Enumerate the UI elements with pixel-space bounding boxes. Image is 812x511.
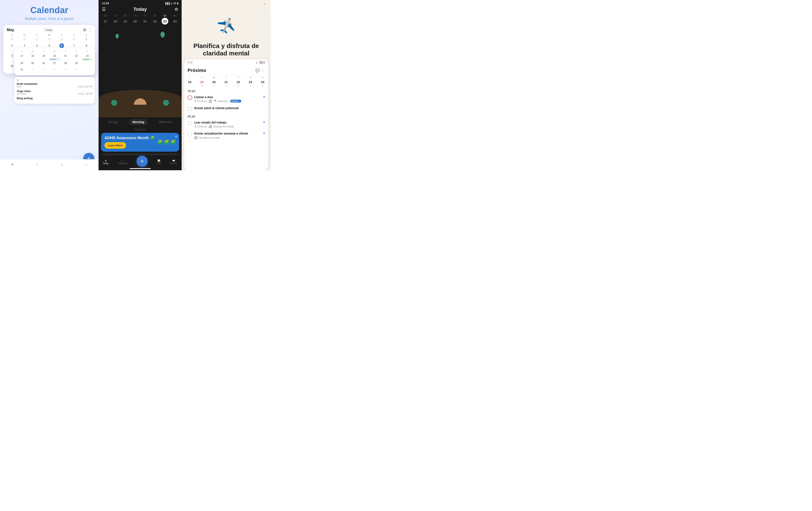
mini-d3[interactable]: 3 [49,67,60,73]
todo-headline: Planifica y disfruta de claridad mental [182,42,271,59]
todo-day-j-today[interactable]: J 19 [199,76,205,86]
nav-list[interactable]: ☰ [36,164,38,166]
task-time-emails: 🗓 10:00 am [194,125,207,128]
task-circle-emails[interactable] [187,121,192,125]
menu-icon[interactable]: ☰ [102,7,106,12]
calendar-week-row: 25 26 27 28 29 30 1 [6,37,93,43]
mini-20[interactable]: 20 Musician [49,53,60,60]
nav-search[interactable]: 🔍 [61,164,63,166]
week-day-we[interactable]: WE 19 [121,15,129,25]
mini-21[interactable]: 21 [60,53,71,59]
chat-icon[interactable]: 💬 [256,68,260,73]
todo-day-l[interactable]: L 18 [187,76,193,86]
mini-29[interactable]: 29 [71,60,82,66]
task-llamar-ana[interactable]: Llamar a Ana 🗓 11:00 am 🔄 📍 Calendario B… [184,93,268,105]
adhd-title-text: ADHD Awareness Month [105,136,149,140]
adhd-text-area: ADHD Awareness Month 🧩 Learn More [105,136,157,149]
habit-fab-button[interactable]: + [137,156,148,167]
habit-header: ☰ Today ⚙ [98,6,182,14]
task-circle-actualizacion[interactable] [187,132,192,136]
week-day-su-active[interactable]: SU 23 [161,15,169,25]
week-day-fr[interactable]: FR 21 [141,15,149,25]
task-title-emails: Leer emails del trabajo [194,120,261,124]
day-num-21: 21 [142,18,148,25]
cal-cell-26[interactable]: 26 [19,37,31,43]
mini-22[interactable]: 22 [71,53,82,59]
today-button[interactable]: Today [43,28,54,32]
todo-day-mi[interactable]: Mi 20 [211,76,217,86]
puzzle-1: 🧩 [157,140,163,145]
task-inbox-emails: Bandeja de entrada [213,125,234,128]
todo-dot-24 [262,85,263,86]
mini-d5[interactable]: 5 [71,67,82,73]
todo-day-j2[interactable]: J 21 [223,76,229,86]
mini-26[interactable]: 26 [38,60,49,66]
mini-17[interactable]: 17 [16,53,27,59]
nav-calendar[interactable]: 📅 [11,164,13,166]
mini-d1[interactable]: 1 [27,67,38,73]
cal-cell-27[interactable]: 27 [31,37,43,43]
agenda-item-2[interactable]: Yoga class 🏃 Fitness Today, 7:30 PM [17,89,92,95]
habit-nav-today[interactable]: ⊞ Today [103,160,109,165]
tab-morning[interactable]: Morning [129,119,148,125]
cal-cell-28[interactable]: 28 [43,37,56,43]
cal-cell-30[interactable]: 30 [68,37,80,43]
habit-nav-explore[interactable]: 📖 Explore [170,160,177,165]
todo-dow-s: S [250,76,251,79]
mini-24[interactable]: 24 [16,60,27,66]
cal-cell-29[interactable]: 29 [55,37,68,43]
week-day-sa[interactable]: SA 22 [151,15,159,25]
task-enviar-actualizacion[interactable]: Enviar actualización semanal a cliente 🔄… [184,130,268,141]
habit-nav-stats[interactable]: 📊 Stats [156,160,161,165]
cal-cell-25[interactable]: 25 [6,37,19,43]
agenda-item-1[interactable]: Draft newsletter Inbox Today, 2:00 PM [17,82,92,88]
week-day-mo2[interactable]: MO 24 [171,15,179,25]
settings-icon[interactable]: ⚙ [174,7,178,12]
tab-afternoon[interactable]: Afternoon [155,119,175,125]
todo-day-s[interactable]: S 23 [248,76,254,86]
mini-18[interactable]: 18 [27,53,38,59]
todo-day-v[interactable]: V 22 [235,76,241,86]
todo-dnum-20: 20 [211,79,217,85]
battery-icon: ▮ [177,2,178,5]
todo-signal-icons: ▲ ▐▐ ▮ [256,61,265,64]
week-day-tu[interactable]: TU 18 [111,15,119,25]
mini-19[interactable]: 19 [38,53,49,59]
mini-d4[interactable]: 4 [60,67,71,73]
grid-icon[interactable]: ⊞ [83,28,86,32]
task-circle-llamar[interactable] [187,95,192,100]
puzzle-3: 🧩 [170,140,176,145]
task-time-llamar: 🗓 11:00 am [194,100,207,103]
adhd-close-button[interactable]: ✕ [175,135,177,139]
repeat-icon-actualizacion: 🔄 [194,136,198,139]
dow-sa: SA [153,15,156,17]
task-info-pitch: Enviar pitch al cliente potencial [194,106,265,110]
tab-all-day[interactable]: All Day [105,119,121,125]
tab-morning-label: Morning [133,120,144,124]
puzzle-icons-decoration: 🧩 🧩 🧩 [157,140,176,145]
mini-23[interactable]: 23 Book tick [82,53,93,60]
todo-dow-mi: Mi [213,76,215,79]
check-1: ✓ [264,2,266,5]
agenda-item-3[interactable]: Blog writing [17,97,92,100]
today-nav-label: Today [103,162,109,165]
task-circle-pitch[interactable] [187,106,192,111]
task-inbox-actualizacion: Bandeja de entrada [199,136,220,139]
drop-right [161,32,165,38]
habit-nav-challenges[interactable]: △ Challenges [117,160,128,165]
mini-27[interactable]: 27 [49,60,60,66]
mini-d2[interactable]: 2 [38,67,49,73]
more-options-icon[interactable]: ⋮ [261,68,265,73]
task-leer-emails[interactable]: Leer emails del trabajo 🗓 10:00 am 🔄 Ban… [184,119,268,130]
mini-28[interactable]: 28 [60,60,71,66]
more-icon[interactable]: ⋮ [88,28,92,32]
nav-settings[interactable]: ⚙ [86,164,87,166]
task-enviar-pitch[interactable]: Enviar pitch al cliente potencial [184,105,268,113]
week-day-mo[interactable]: MO 17 [101,15,110,25]
cal-cell-1[interactable]: 1 [80,37,93,43]
week-day-th[interactable]: TH 20 [131,15,139,25]
todo-day-d[interactable]: D 24 [260,76,266,86]
adhd-learn-more-button[interactable]: Learn More [105,142,126,149]
mini-25[interactable]: 25 [27,60,38,66]
mini-31[interactable]: 31 [16,67,27,73]
